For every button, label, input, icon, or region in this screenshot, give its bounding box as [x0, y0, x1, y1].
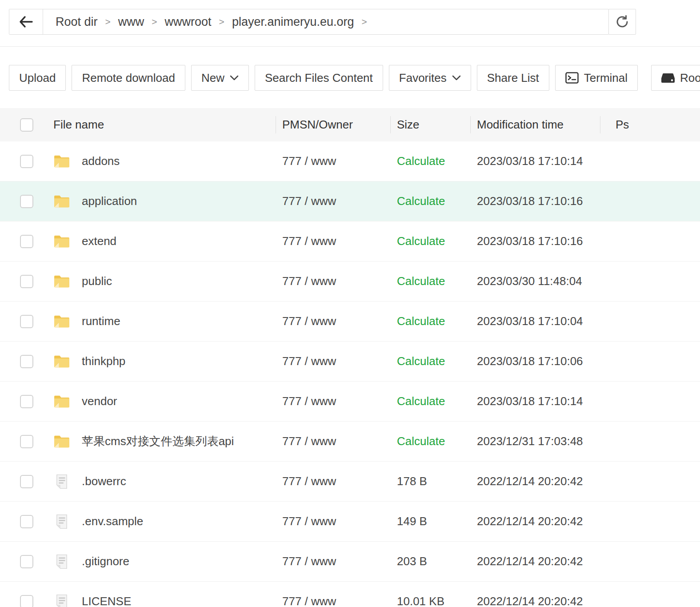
time-cell: 2023/03/18 17:10:14 — [477, 394, 607, 408]
owner-cell: 777 / www — [282, 314, 397, 328]
file-name[interactable]: thinkphp — [82, 354, 125, 368]
row-checkbox[interactable] — [20, 235, 33, 248]
row-checkbox[interactable] — [20, 475, 33, 488]
breadcrumb-item[interactable]: wwwroot — [165, 15, 212, 29]
table-row[interactable]: runtime 777 / www Calculate 2023/03/18 1… — [0, 301, 700, 342]
table-row[interactable]: vendor 777 / www Calculate 2023/03/18 17… — [0, 382, 700, 422]
breadcrumb-item[interactable]: www — [118, 15, 144, 29]
folder-icon — [53, 434, 70, 449]
breadcrumb-item[interactable]: Root dir — [56, 15, 98, 29]
file-icon — [56, 474, 68, 489]
breadcrumb-item[interactable]: player.animeryu.eu.org — [232, 15, 354, 29]
remote-download-label: Remote download — [82, 71, 175, 85]
size-cell[interactable]: Calculate — [397, 314, 445, 328]
share-list-button[interactable]: Share List — [477, 65, 549, 91]
row-checkbox[interactable] — [20, 155, 33, 168]
folder-icon — [53, 234, 70, 249]
refresh-icon — [615, 15, 629, 29]
size-cell[interactable]: Calculate — [397, 434, 445, 448]
terminal-icon — [565, 72, 579, 84]
table-row[interactable]: application 777 / www Calculate 2023/03/… — [0, 181, 700, 221]
row-checkbox[interactable] — [20, 595, 33, 607]
breadcrumb-separator: > — [362, 16, 367, 27]
terminal-button[interactable]: Terminal — [555, 65, 638, 91]
row-checkbox[interactable] — [20, 275, 33, 288]
owner-cell: 777 / www — [282, 154, 397, 168]
time-cell: 2023/03/30 11:48:04 — [477, 274, 607, 288]
row-checkbox[interactable] — [20, 195, 33, 208]
owner-cell: 777 / www — [282, 234, 397, 248]
column-header-ps: Ps — [607, 108, 700, 141]
file-name[interactable]: LICENSE — [82, 595, 131, 607]
time-cell: 2023/12/31 17:03:48 — [477, 434, 607, 448]
table-row[interactable]: .gitignore 777 / www 203 B 2022/12/14 20… — [0, 542, 700, 582]
favorites-button[interactable]: Favorites — [389, 65, 471, 91]
folder-icon — [53, 194, 70, 209]
table-row[interactable]: public 777 / www Calculate 2023/03/30 11… — [0, 261, 700, 301]
chevron-down-icon — [452, 75, 461, 80]
file-name[interactable]: runtime — [82, 314, 120, 328]
hard-drive-icon — [661, 72, 675, 84]
file-name[interactable]: public — [82, 274, 112, 288]
root-dir-label: Root dir (1 — [680, 71, 700, 85]
size-cell[interactable]: Calculate — [397, 394, 445, 408]
column-header-file-name: File name — [53, 108, 282, 141]
file-icon — [56, 554, 68, 569]
file-name[interactable]: .gitignore — [82, 555, 129, 568]
breadcrumb-separator: > — [105, 16, 111, 27]
back-button[interactable] — [9, 9, 43, 34]
row-checkbox[interactable] — [20, 555, 33, 568]
table-row[interactable]: .env.sample 777 / www 149 B 2022/12/14 2… — [0, 502, 700, 542]
table-header: File name PMSN/Owner Size Modification t… — [0, 108, 700, 141]
column-header-modification-time: Modification time — [477, 108, 607, 141]
owner-cell: 777 / www — [282, 555, 397, 568]
folder-icon — [53, 394, 70, 409]
table-row[interactable]: .bowerrc 777 / www 178 B 2022/12/14 20:2… — [0, 462, 700, 502]
size-cell[interactable]: Calculate — [397, 194, 445, 208]
owner-cell: 777 / www — [282, 595, 397, 607]
column-header-pmsn-owner: PMSN/Owner — [282, 108, 397, 141]
table-row[interactable]: thinkphp 777 / www Calculate 2023/03/18 … — [0, 342, 700, 382]
row-checkbox[interactable] — [20, 435, 33, 448]
size-cell: 10.01 KB — [397, 595, 444, 607]
file-name[interactable]: .env.sample — [82, 515, 143, 528]
owner-cell: 777 / www — [282, 515, 397, 528]
file-name[interactable]: .bowerrc — [82, 474, 126, 488]
time-cell: 2023/03/18 17:10:06 — [477, 354, 607, 368]
size-cell[interactable]: Calculate — [397, 354, 445, 368]
file-name[interactable]: vendor — [82, 394, 117, 408]
file-name[interactable]: 苹果cms对接文件选集列表api — [82, 434, 234, 449]
refresh-button[interactable] — [608, 9, 636, 35]
new-label: New — [201, 71, 224, 85]
arrow-left-icon — [19, 16, 33, 28]
table-row[interactable]: 苹果cms对接文件选集列表api 777 / www Calculate 202… — [0, 422, 700, 462]
new-button[interactable]: New — [191, 65, 249, 91]
size-cell: 178 B — [397, 474, 427, 488]
row-checkbox[interactable] — [20, 355, 33, 368]
search-files-content-label: Search Files Content — [265, 71, 373, 85]
size-cell[interactable]: Calculate — [397, 154, 445, 168]
upload-button[interactable]: Upload — [9, 65, 66, 91]
search-files-content-button[interactable]: Search Files Content — [255, 65, 383, 91]
terminal-label: Terminal — [584, 71, 628, 85]
select-all-checkbox[interactable] — [20, 118, 33, 132]
row-checkbox[interactable] — [20, 315, 33, 328]
toolbar: Upload Remote download New Search Files … — [0, 65, 700, 91]
time-cell: 2023/03/18 17:10:04 — [477, 314, 607, 328]
remote-download-button[interactable]: Remote download — [72, 65, 185, 91]
file-name[interactable]: application — [82, 194, 137, 208]
row-checkbox[interactable] — [20, 515, 33, 528]
breadcrumb-bar: Root dir>www>wwwroot>player.animeryu.eu.… — [9, 9, 691, 35]
file-name[interactable]: addons — [82, 154, 120, 168]
row-checkbox[interactable] — [20, 395, 33, 408]
root-dir-button[interactable]: Root dir (1 — [651, 65, 700, 91]
owner-cell: 777 / www — [282, 274, 397, 288]
size-cell[interactable]: Calculate — [397, 234, 445, 248]
file-name[interactable]: extend — [82, 234, 116, 248]
file-icon — [56, 514, 68, 529]
owner-cell: 777 / www — [282, 354, 397, 368]
table-row[interactable]: LICENSE 777 / www 10.01 KB 2022/12/14 20… — [0, 582, 700, 607]
size-cell[interactable]: Calculate — [397, 274, 445, 288]
table-row[interactable]: extend 777 / www Calculate 2023/03/18 17… — [0, 221, 700, 261]
table-row[interactable]: addons 777 / www Calculate 2023/03/18 17… — [0, 141, 700, 181]
